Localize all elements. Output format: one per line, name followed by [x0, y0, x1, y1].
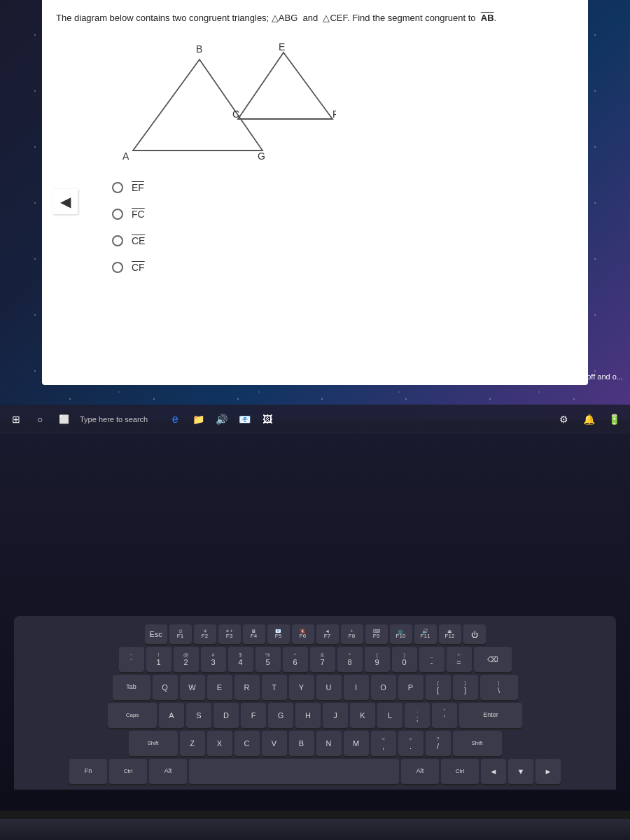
- key-4[interactable]: $4: [228, 647, 253, 672]
- notification-icon[interactable]: 🔔: [578, 409, 599, 430]
- key-f4[interactable]: 🖥F4: [243, 624, 265, 644]
- key-backslash[interactable]: |\: [480, 675, 518, 700]
- key-r[interactable]: R: [234, 675, 260, 700]
- task-view-button[interactable]: ⬜: [53, 409, 74, 430]
- key-rbracket[interactable]: }]: [453, 675, 478, 700]
- key-z[interactable]: Z: [180, 731, 205, 756]
- key-a[interactable]: A: [159, 703, 184, 728]
- key-e[interactable]: E: [207, 675, 232, 700]
- choice-cf[interactable]: CF: [112, 262, 145, 273]
- key-enter[interactable]: Enter: [459, 703, 522, 728]
- key-s[interactable]: S: [186, 703, 211, 728]
- key-w[interactable]: W: [180, 675, 205, 700]
- key-f8[interactable]: +F8: [341, 624, 363, 644]
- key-n[interactable]: N: [316, 731, 342, 756]
- edge-icon[interactable]: e: [164, 409, 186, 430]
- key-2[interactable]: @2: [174, 647, 199, 672]
- key-right[interactable]: ►: [536, 759, 561, 784]
- key-9[interactable]: (9: [365, 647, 390, 672]
- key-equals[interactable]: +=: [447, 647, 472, 672]
- key-k[interactable]: K: [350, 703, 375, 728]
- key-f[interactable]: F: [241, 703, 266, 728]
- radio-ce[interactable]: [112, 235, 123, 246]
- key-t[interactable]: T: [262, 675, 287, 700]
- key-left[interactable]: ◄: [481, 759, 506, 784]
- radio-fc[interactable]: [112, 209, 123, 220]
- key-h[interactable]: H: [295, 703, 321, 728]
- key-7[interactable]: &7: [310, 647, 335, 672]
- weather-badge: ☂ Rain off and o...: [557, 371, 623, 382]
- key-0[interactable]: )0: [392, 647, 417, 672]
- asdf-key-row: Caps A S D F G H J K L :; "' Enter: [20, 703, 610, 728]
- key-i[interactable]: I: [344, 675, 369, 700]
- key-x[interactable]: X: [207, 731, 232, 756]
- choice-ce[interactable]: CE: [112, 235, 145, 246]
- speaker-icon[interactable]: 🔊: [211, 409, 232, 430]
- key-c[interactable]: C: [234, 731, 260, 756]
- key-lctrl[interactable]: Ctrl: [109, 759, 147, 784]
- key-f1[interactable]: ⊙F1: [169, 624, 192, 644]
- key-f3[interactable]: ✶+F3: [218, 624, 241, 644]
- key-f6[interactable]: 🔇F6: [292, 624, 314, 644]
- key-y[interactable]: Y: [289, 675, 314, 700]
- key-esc[interactable]: Esc: [145, 624, 167, 644]
- key-comma[interactable]: <,: [371, 731, 396, 756]
- key-lbracket[interactable]: {[: [426, 675, 451, 700]
- folder-icon[interactable]: 📁: [188, 409, 209, 430]
- battery-icon[interactable]: 🔋: [603, 409, 624, 430]
- key-minus[interactable]: _-: [419, 647, 444, 672]
- key-f10[interactable]: 📺F10: [390, 624, 412, 644]
- key-f9[interactable]: ⌨F9: [365, 624, 388, 644]
- key-f5[interactable]: 📧F5: [267, 624, 290, 644]
- key-v[interactable]: V: [262, 731, 287, 756]
- radio-ef[interactable]: [112, 182, 123, 193]
- mail-icon[interactable]: 📧: [234, 409, 255, 430]
- key-p[interactable]: P: [398, 675, 424, 700]
- key-semicolon[interactable]: :;: [405, 703, 430, 728]
- key-1[interactable]: !1: [146, 647, 172, 672]
- key-6[interactable]: ^6: [283, 647, 308, 672]
- key-space[interactable]: [189, 759, 399, 784]
- key-f7[interactable]: ◄F7: [316, 624, 339, 644]
- key-l[interactable]: L: [377, 703, 402, 728]
- key-f2[interactable]: ☀F2: [194, 624, 216, 644]
- key-d[interactable]: D: [214, 703, 239, 728]
- choice-ef[interactable]: EF: [112, 182, 145, 193]
- key-ralt[interactable]: Alt: [401, 759, 439, 784]
- search-button[interactable]: ○: [29, 409, 50, 430]
- key-o[interactable]: O: [371, 675, 396, 700]
- key-3[interactable]: #3: [201, 647, 226, 672]
- key-5[interactable]: %5: [255, 647, 281, 672]
- key-backtick[interactable]: ~`: [119, 647, 144, 672]
- gear-icon[interactable]: ⚙: [553, 409, 574, 430]
- key-tab[interactable]: Tab: [113, 675, 150, 700]
- key-down[interactable]: ▼: [508, 759, 533, 784]
- key-8[interactable]: *8: [337, 647, 363, 672]
- radio-cf[interactable]: [112, 262, 123, 273]
- key-period[interactable]: >.: [398, 731, 424, 756]
- photo-icon[interactable]: 🖼: [257, 409, 278, 430]
- key-m[interactable]: M: [344, 731, 369, 756]
- key-rshift[interactable]: Shift: [453, 731, 502, 756]
- key-power[interactable]: ⏻: [463, 624, 486, 644]
- key-b[interactable]: B: [289, 731, 314, 756]
- content-area: The diagram below contains two congruent…: [42, 0, 588, 385]
- key-f12[interactable]: ⏏F12: [439, 624, 461, 644]
- key-u[interactable]: U: [316, 675, 342, 700]
- key-lshift[interactable]: Shift: [129, 731, 178, 756]
- key-lalt[interactable]: Alt: [149, 759, 187, 784]
- key-slash[interactable]: ?/: [426, 731, 451, 756]
- back-button[interactable]: ◀: [52, 189, 78, 214]
- key-rctrl[interactable]: Ctrl: [441, 759, 479, 784]
- choice-fc[interactable]: FC: [112, 209, 145, 220]
- key-fn[interactable]: Fn: [69, 759, 107, 784]
- key-g[interactable]: G: [268, 703, 293, 728]
- key-f11[interactable]: 🔊F11: [414, 624, 437, 644]
- key-quote[interactable]: "': [432, 703, 457, 728]
- key-j[interactable]: J: [323, 703, 348, 728]
- key-caps[interactable]: Caps: [108, 703, 157, 728]
- key-q[interactable]: Q: [153, 675, 178, 700]
- start-button[interactable]: ⊞: [6, 409, 27, 430]
- search-bar-label[interactable]: Type here to search: [80, 415, 148, 424]
- key-backspace[interactable]: ⌫: [474, 647, 512, 672]
